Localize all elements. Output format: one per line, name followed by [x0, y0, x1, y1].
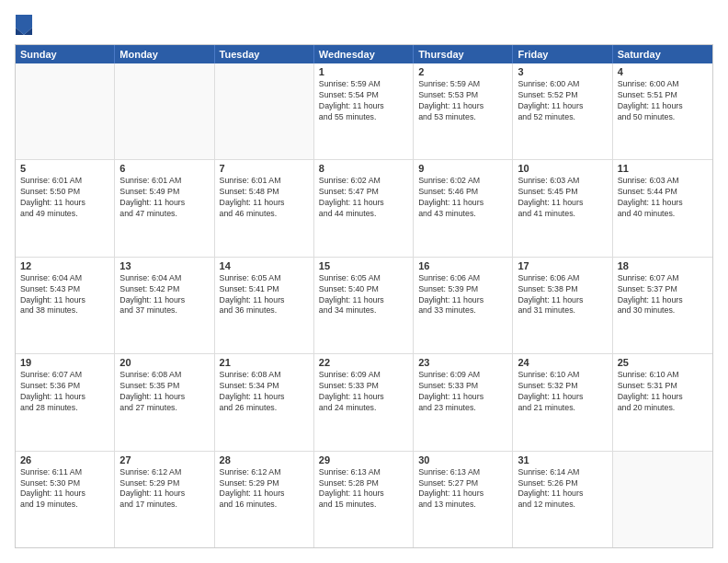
day-number: 1 — [319, 66, 408, 77]
calendar-row-3: 19Sunrise: 6:07 AM Sunset: 5:36 PM Dayli… — [16, 354, 712, 451]
day-number: 19 — [20, 357, 109, 368]
day-info: Sunrise: 6:02 AM Sunset: 5:47 PM Dayligh… — [319, 176, 408, 220]
header-day-tuesday: Tuesday — [215, 45, 314, 63]
empty-cell-0-1 — [115, 63, 214, 159]
day-cell-25: 25Sunrise: 6:10 AM Sunset: 5:31 PM Dayli… — [613, 354, 712, 450]
header-day-saturday: Saturday — [613, 45, 712, 63]
day-number: 20 — [119, 357, 209, 368]
day-number: 28 — [220, 454, 309, 465]
day-info: Sunrise: 6:10 AM Sunset: 5:32 PM Dayligh… — [518, 370, 607, 414]
day-cell-1: 1Sunrise: 5:59 AM Sunset: 5:54 PM Daylig… — [314, 63, 414, 159]
day-number: 2 — [418, 66, 507, 77]
day-info: Sunrise: 6:12 AM Sunset: 5:29 PM Dayligh… — [119, 467, 209, 511]
day-info: Sunrise: 6:02 AM Sunset: 5:46 PM Dayligh… — [418, 176, 507, 220]
day-number: 22 — [319, 357, 408, 368]
day-number: 14 — [220, 260, 309, 271]
day-number: 3 — [518, 66, 607, 77]
day-info: Sunrise: 6:01 AM Sunset: 5:49 PM Dayligh… — [119, 176, 209, 220]
day-number: 13 — [119, 260, 209, 271]
day-info: Sunrise: 6:00 AM Sunset: 5:52 PM Dayligh… — [518, 79, 607, 123]
day-number: 5 — [20, 163, 109, 174]
day-info: Sunrise: 6:09 AM Sunset: 5:33 PM Dayligh… — [418, 370, 507, 414]
day-cell-17: 17Sunrise: 6:06 AM Sunset: 5:38 PM Dayli… — [513, 258, 612, 353]
day-cell-5: 5Sunrise: 6:01 AM Sunset: 5:50 PM Daylig… — [16, 160, 115, 256]
day-cell-12: 12Sunrise: 6:04 AM Sunset: 5:43 PM Dayli… — [16, 258, 115, 353]
calendar-row-0: 1Sunrise: 5:59 AM Sunset: 5:54 PM Daylig… — [16, 63, 712, 160]
calendar: SundayMondayTuesdayWednesdayThursdayFrid… — [15, 44, 713, 548]
day-cell-2: 2Sunrise: 5:59 AM Sunset: 5:53 PM Daylig… — [414, 63, 513, 159]
day-info: Sunrise: 6:04 AM Sunset: 5:42 PM Dayligh… — [119, 273, 209, 317]
day-number: 7 — [220, 163, 309, 174]
day-cell-9: 9Sunrise: 6:02 AM Sunset: 5:46 PM Daylig… — [414, 160, 513, 256]
header-day-friday: Friday — [513, 45, 612, 63]
day-number: 8 — [319, 163, 408, 174]
day-info: Sunrise: 6:07 AM Sunset: 5:36 PM Dayligh… — [20, 370, 109, 414]
day-info: Sunrise: 6:13 AM Sunset: 5:28 PM Dayligh… — [319, 467, 408, 511]
day-info: Sunrise: 6:07 AM Sunset: 5:37 PM Dayligh… — [618, 273, 708, 317]
day-cell-20: 20Sunrise: 6:08 AM Sunset: 5:35 PM Dayli… — [115, 354, 214, 450]
day-number: 18 — [618, 260, 708, 271]
day-info: Sunrise: 6:13 AM Sunset: 5:27 PM Dayligh… — [418, 467, 507, 511]
day-cell-4: 4Sunrise: 6:00 AM Sunset: 5:51 PM Daylig… — [613, 63, 712, 159]
day-cell-7: 7Sunrise: 6:01 AM Sunset: 5:48 PM Daylig… — [215, 160, 314, 256]
day-number: 21 — [220, 357, 309, 368]
day-info: Sunrise: 6:09 AM Sunset: 5:33 PM Dayligh… — [319, 370, 408, 414]
header-day-thursday: Thursday — [414, 45, 513, 63]
day-cell-23: 23Sunrise: 6:09 AM Sunset: 5:33 PM Dayli… — [414, 354, 513, 450]
day-info: Sunrise: 5:59 AM Sunset: 5:54 PM Dayligh… — [319, 79, 408, 123]
day-info: Sunrise: 6:10 AM Sunset: 5:31 PM Dayligh… — [618, 370, 708, 414]
day-info: Sunrise: 6:01 AM Sunset: 5:48 PM Dayligh… — [220, 176, 309, 220]
day-info: Sunrise: 6:06 AM Sunset: 5:38 PM Dayligh… — [518, 273, 607, 317]
day-cell-14: 14Sunrise: 6:05 AM Sunset: 5:41 PM Dayli… — [215, 258, 314, 353]
calendar-row-1: 5Sunrise: 6:01 AM Sunset: 5:50 PM Daylig… — [16, 160, 712, 257]
day-cell-26: 26Sunrise: 6:11 AM Sunset: 5:30 PM Dayli… — [16, 452, 115, 547]
day-info: Sunrise: 6:06 AM Sunset: 5:39 PM Dayligh… — [418, 273, 507, 317]
calendar-row-4: 26Sunrise: 6:11 AM Sunset: 5:30 PM Dayli… — [16, 452, 712, 547]
day-info: Sunrise: 5:59 AM Sunset: 5:53 PM Dayligh… — [418, 79, 507, 123]
day-info: Sunrise: 6:12 AM Sunset: 5:29 PM Dayligh… — [220, 467, 309, 511]
day-cell-21: 21Sunrise: 6:08 AM Sunset: 5:34 PM Dayli… — [215, 354, 314, 450]
day-cell-31: 31Sunrise: 6:14 AM Sunset: 5:26 PM Dayli… — [513, 452, 612, 547]
day-number: 30 — [418, 454, 507, 465]
header — [15, 15, 713, 35]
day-info: Sunrise: 6:08 AM Sunset: 5:34 PM Dayligh… — [220, 370, 309, 414]
day-number: 11 — [618, 163, 708, 174]
day-info: Sunrise: 6:01 AM Sunset: 5:50 PM Dayligh… — [20, 176, 109, 220]
day-number: 31 — [518, 454, 607, 465]
day-info: Sunrise: 6:08 AM Sunset: 5:35 PM Dayligh… — [119, 370, 209, 414]
empty-cell-0-2 — [215, 63, 314, 159]
day-number: 16 — [418, 260, 507, 271]
day-number: 27 — [119, 454, 209, 465]
day-info: Sunrise: 6:04 AM Sunset: 5:43 PM Dayligh… — [20, 273, 109, 317]
day-info: Sunrise: 6:05 AM Sunset: 5:41 PM Dayligh… — [220, 273, 309, 317]
day-number: 15 — [319, 260, 408, 271]
day-cell-6: 6Sunrise: 6:01 AM Sunset: 5:49 PM Daylig… — [115, 160, 214, 256]
day-cell-3: 3Sunrise: 6:00 AM Sunset: 5:52 PM Daylig… — [513, 63, 612, 159]
empty-cell-4-6 — [613, 452, 712, 547]
day-number: 24 — [518, 357, 607, 368]
day-cell-10: 10Sunrise: 6:03 AM Sunset: 5:45 PM Dayli… — [513, 160, 612, 256]
day-number: 23 — [418, 357, 507, 368]
day-cell-30: 30Sunrise: 6:13 AM Sunset: 5:27 PM Dayli… — [414, 452, 513, 547]
day-cell-24: 24Sunrise: 6:10 AM Sunset: 5:32 PM Dayli… — [513, 354, 612, 450]
day-number: 12 — [20, 260, 109, 271]
day-number: 4 — [618, 66, 708, 77]
day-info: Sunrise: 6:03 AM Sunset: 5:44 PM Dayligh… — [618, 176, 708, 220]
empty-cell-0-0 — [16, 63, 115, 159]
day-cell-15: 15Sunrise: 6:05 AM Sunset: 5:40 PM Dayli… — [314, 258, 414, 353]
day-info: Sunrise: 6:03 AM Sunset: 5:45 PM Dayligh… — [518, 176, 607, 220]
day-cell-22: 22Sunrise: 6:09 AM Sunset: 5:33 PM Dayli… — [314, 354, 414, 450]
calendar-header: SundayMondayTuesdayWednesdayThursdayFrid… — [16, 45, 712, 63]
day-cell-27: 27Sunrise: 6:12 AM Sunset: 5:29 PM Dayli… — [115, 452, 214, 547]
day-cell-16: 16Sunrise: 6:06 AM Sunset: 5:39 PM Dayli… — [414, 258, 513, 353]
day-info: Sunrise: 6:11 AM Sunset: 5:30 PM Dayligh… — [20, 467, 109, 511]
calendar-body: 1Sunrise: 5:59 AM Sunset: 5:54 PM Daylig… — [16, 63, 712, 547]
day-cell-28: 28Sunrise: 6:12 AM Sunset: 5:29 PM Dayli… — [215, 452, 314, 547]
page: SundayMondayTuesdayWednesdayThursdayFrid… — [0, 0, 728, 563]
header-day-monday: Monday — [115, 45, 214, 63]
day-cell-11: 11Sunrise: 6:03 AM Sunset: 5:44 PM Dayli… — [613, 160, 712, 256]
day-cell-29: 29Sunrise: 6:13 AM Sunset: 5:28 PM Dayli… — [314, 452, 414, 547]
day-info: Sunrise: 6:14 AM Sunset: 5:26 PM Dayligh… — [518, 467, 607, 511]
day-cell-19: 19Sunrise: 6:07 AM Sunset: 5:36 PM Dayli… — [16, 354, 115, 450]
day-number: 17 — [518, 260, 607, 271]
